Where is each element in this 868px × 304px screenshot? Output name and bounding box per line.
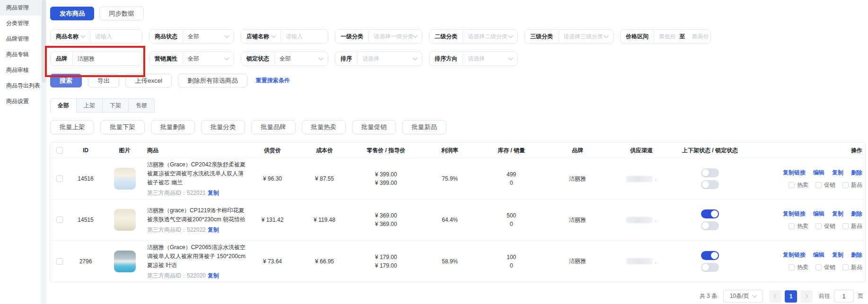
copy-id-link[interactable]: 复制 [208, 226, 219, 233]
delete-action[interactable]: 删除 [851, 251, 862, 259]
sidebar-item-product-settings[interactable]: 商品设置 [0, 94, 41, 109]
goto-page-input[interactable] [834, 290, 854, 303]
product-image[interactable] [114, 209, 136, 231]
price-min-input[interactable]: 最低价 [654, 33, 678, 41]
tab-sold-out[interactable]: 售罄 [129, 99, 154, 113]
scrollbar-thumb[interactable] [42, 0, 46, 83]
copy-link-action[interactable]: 复制链接 [783, 210, 806, 218]
chevron-down-icon [753, 293, 757, 298]
promo-checkbox[interactable] [815, 223, 822, 229]
promo-checkbox[interactable] [815, 182, 822, 188]
filter-sort-direction[interactable]: 排序方向 请选择 [429, 52, 518, 66]
filter-lock-status[interactable]: 锁定状态 全部 [241, 52, 328, 66]
batch-new-button[interactable]: 批量新品 [402, 120, 446, 134]
guide-price: ¥ 179.00 [375, 261, 397, 270]
copy-id-link[interactable]: 复制 [208, 190, 219, 196]
edit-action[interactable]: 编辑 [813, 251, 824, 259]
copy-action[interactable]: 复制 [832, 251, 843, 259]
filter-marketing-attribute[interactable]: 营销属性 全部 [149, 52, 234, 66]
shop-name-field-selector[interactable]: 店铺名称 [241, 33, 281, 41]
filter-shop-name: 店铺名称 请输入 [241, 29, 328, 43]
on-shelf-toggle[interactable] [701, 251, 719, 260]
sidebar-item-product-export-list[interactable]: 商品导出列表 [0, 78, 41, 94]
sidebar: 商品管理 分类管理 品牌管理 商品专辑 商品审核 商品导出列表 商品设置 [0, 0, 41, 304]
new-checkbox[interactable] [842, 182, 849, 188]
tab-on-shelf[interactable]: 上架 [77, 99, 103, 113]
sidebar-item-brand-management[interactable]: 品牌管理 [0, 31, 41, 47]
prev-page-button[interactable] [769, 290, 781, 303]
copy-action[interactable]: 复制 [832, 169, 843, 177]
row-checkbox[interactable] [56, 258, 63, 265]
filter-category-level3[interactable]: 三级分类 请选择三级分类 [525, 29, 614, 43]
filter-category-level1[interactable]: 一级分类 请选择一级分类 [335, 29, 422, 43]
page-size-select[interactable]: 10条/页 [723, 290, 763, 303]
filter-product-status[interactable]: 商品状态 全部 [149, 29, 234, 43]
brand-input[interactable]: 洁丽雅 [73, 55, 142, 63]
batch-delete-button[interactable]: 批量删除 [151, 120, 195, 134]
price-max-input[interactable]: 最高价 [687, 33, 711, 41]
product-image[interactable] [114, 168, 136, 190]
hot-checkbox[interactable] [789, 264, 795, 270]
edit-action[interactable]: 编辑 [813, 169, 824, 177]
row-checkbox[interactable] [56, 217, 63, 223]
publish-product-button[interactable]: 发布商品 [50, 7, 94, 20]
profit-rate: 75.9% [421, 175, 478, 182]
copy-action[interactable]: 复制 [832, 210, 843, 218]
promo-checkbox[interactable] [815, 264, 822, 270]
batch-promo-button[interactable]: 批量促销 [352, 120, 396, 134]
lock-toggle[interactable] [701, 263, 719, 272]
shop-name-input[interactable]: 请输入 [281, 33, 328, 41]
product-title-link[interactable]: 洁丽雅（grace）CP1219洛卡棉印花夏被亲肤透气空调被200*230cm … [147, 206, 246, 224]
sidebar-item-product-review[interactable]: 商品审核 [0, 62, 41, 78]
filter-category-level2[interactable]: 二级分类 请选择二级分类 [429, 29, 518, 43]
product-name-input[interactable]: 请输入 [90, 33, 142, 41]
row-checkbox[interactable] [56, 175, 63, 182]
product-name-field-selector[interactable]: 商品名称 [51, 33, 90, 41]
batch-hot-button[interactable]: 批量热卖 [302, 120, 346, 134]
batch-category-button[interactable]: 批量分类 [201, 120, 245, 134]
sync-data-button[interactable]: 同步数据 [99, 7, 143, 20]
stock-value: 499 [507, 170, 516, 179]
sidebar-item-category-management[interactable]: 分类管理 [0, 16, 41, 31]
tab-off-shelf[interactable]: 下架 [103, 99, 129, 113]
reset-search-link[interactable]: 重置搜索条件 [256, 77, 290, 85]
edit-action[interactable]: 编辑 [813, 210, 824, 218]
on-shelf-toggle[interactable] [701, 168, 719, 177]
sidebar-item-product-album[interactable]: 商品专辑 [0, 47, 41, 62]
upload-excel-button[interactable]: 上传excel [125, 74, 172, 87]
delete-action[interactable]: 删除 [851, 210, 862, 218]
brand-value: 洁丽雅 [544, 175, 611, 183]
sidebar-item-product-management[interactable]: 商品管理 [0, 0, 41, 16]
product-title-link[interactable]: 洁丽雅（Grace）CP2065清凉水洗被空调被单人双人被家用薄被子 150*2… [147, 243, 246, 270]
copy-link-action[interactable]: 复制链接 [783, 169, 806, 177]
export-button[interactable]: 导出 [88, 74, 120, 87]
scrollbar-track[interactable] [41, 0, 47, 304]
copy-id-link[interactable]: 复制 [208, 272, 219, 279]
batch-off-shelf-button[interactable]: 批量下架 [100, 120, 144, 134]
filter-price-range: 价格区间 最低价 至 最高价 [620, 29, 711, 43]
table-row: 14516 洁丽雅（Grace）CP2042亲肤舒柔被夏被夏凉被空调被可水洗机洗… [50, 158, 865, 200]
batch-brand-button[interactable]: 批量品牌 [251, 120, 295, 134]
next-page-button[interactable] [800, 290, 813, 303]
on-shelf-toggle[interactable] [701, 209, 719, 218]
lock-toggle[interactable] [701, 221, 719, 230]
new-checkbox[interactable] [842, 223, 849, 229]
lock-toggle[interactable] [701, 180, 719, 189]
search-button[interactable]: 搜索 [50, 74, 82, 87]
new-checkbox[interactable] [842, 264, 849, 270]
product-image[interactable] [114, 251, 136, 272]
tab-all[interactable]: 全部 [51, 99, 77, 113]
delete-action[interactable]: 删除 [851, 169, 862, 177]
filter-sort[interactable]: 排序 请选择 [335, 52, 422, 66]
chevron-left-icon [774, 294, 779, 299]
select-all-checkbox[interactable] [56, 147, 63, 154]
header-retail-price: 零售价 / 指导价 [351, 147, 421, 155]
hot-checkbox[interactable] [789, 223, 795, 229]
batch-on-shelf-button[interactable]: 批量上架 [50, 120, 94, 134]
page-number-button[interactable]: 1 [785, 290, 797, 303]
product-title-link[interactable]: 洁丽雅（Grace）CP2042亲肤舒柔被夏被夏凉被空调被可水洗机洗单人双人薄被… [147, 160, 246, 187]
copy-link-action[interactable]: 复制链接 [783, 251, 806, 259]
category1-placeholder: 请选择一级分类 [369, 33, 413, 41]
delete-filtered-button[interactable]: 删除所有筛选商品 [178, 74, 247, 87]
hot-checkbox[interactable] [789, 182, 795, 188]
